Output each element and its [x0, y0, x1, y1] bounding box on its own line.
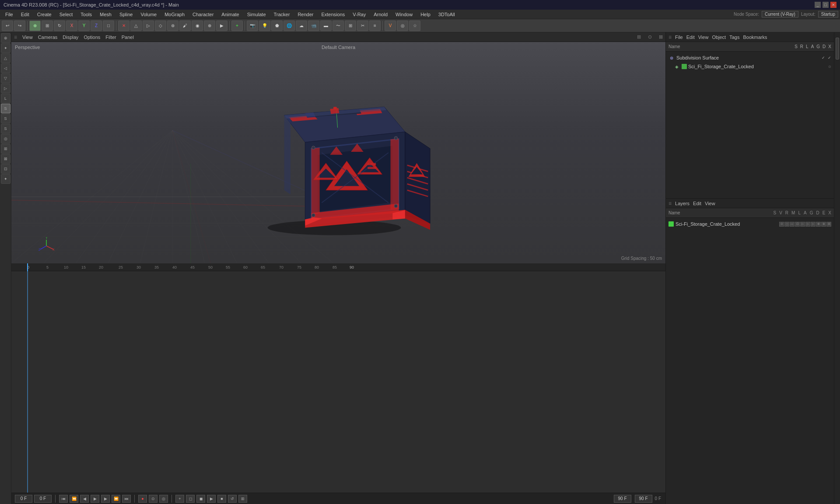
- obj-hamburger-icon[interactable]: ≡: [668, 34, 672, 40]
- pb-key-sel[interactable]: ◻: [186, 495, 195, 503]
- obj-row-crate[interactable]: ◈ Sci_Fi_Storage_Crate_Locked ⊙: [666, 62, 834, 71]
- sky-btn[interactable]: ☁: [296, 21, 307, 31]
- left-btn-6[interactable]: ▷: [1, 84, 10, 93]
- menu-mograph[interactable]: MoGraph: [161, 11, 188, 18]
- left-btn-9[interactable]: S: [1, 114, 10, 123]
- menu-spline[interactable]: Spline: [116, 11, 136, 18]
- menu-file[interactable]: File: [2, 11, 17, 18]
- rotate-tool[interactable]: ↻: [54, 21, 65, 31]
- menu-help[interactable]: Help: [417, 11, 434, 18]
- vp-icon-2[interactable]: ⊙: [648, 34, 652, 40]
- point-tool[interactable]: △: [130, 21, 142, 31]
- undo-button[interactable]: ↩: [2, 21, 13, 31]
- layers-hamburger-icon[interactable]: ≡: [668, 200, 672, 206]
- obj-menu-file[interactable]: File: [675, 35, 683, 40]
- menu-tools[interactable]: Tools: [77, 11, 95, 18]
- vp-menu-cameras[interactable]: Cameras: [38, 35, 58, 40]
- left-btn-5[interactable]: ▽: [1, 74, 10, 83]
- right-scrollbar-thumb[interactable]: [836, 38, 839, 60]
- left-btn-2[interactable]: ✦: [1, 43, 10, 53]
- sel-btn[interactable]: ⊞: [345, 21, 356, 31]
- pb-go-end[interactable]: ⏭: [122, 495, 131, 503]
- left-btn-12[interactable]: ⊞: [1, 144, 10, 154]
- vp-hamburger-icon[interactable]: ≡: [14, 34, 17, 40]
- layer-icon-2[interactable]: ◻: [784, 222, 789, 227]
- pb-stop[interactable]: ■: [217, 495, 226, 503]
- close-button[interactable]: ✕: [830, 2, 836, 8]
- menu-mesh[interactable]: Mesh: [96, 11, 115, 18]
- left-btn-11[interactable]: ◎: [1, 134, 10, 144]
- menu-tracker[interactable]: Tracker: [270, 11, 294, 18]
- layer-row-crate[interactable]: Sci-Fi_Storage_Crate_Locked ⊙ ◻ ▭ ⊡ ▷ ▷ …: [666, 220, 834, 228]
- render-btn[interactable]: 📷: [247, 21, 258, 31]
- paint-tool[interactable]: 🖌: [179, 21, 191, 31]
- menu-simulate[interactable]: Simulate: [244, 11, 270, 18]
- pb-record-auto[interactable]: ⊙: [149, 495, 158, 503]
- playback-end-input[interactable]: [614, 495, 631, 503]
- pb-loop[interactable]: ↺: [228, 495, 237, 503]
- transform-z[interactable]: Z: [91, 21, 102, 31]
- no-tool[interactable]: ✕: [118, 21, 130, 31]
- vp-icon-1[interactable]: ⊞: [637, 34, 641, 40]
- vp-menu-view[interactable]: View: [22, 35, 33, 40]
- node-space-select[interactable]: Current (V-Ray): [762, 11, 798, 18]
- pb-prev-frame[interactable]: ◀: [80, 495, 89, 503]
- menu-animate[interactable]: Animate: [218, 11, 242, 18]
- poly-tool[interactable]: ◇: [155, 21, 166, 31]
- playhead[interactable]: [27, 263, 28, 271]
- xpresso-btn[interactable]: ✂: [357, 21, 368, 31]
- pb-key-add[interactable]: +: [175, 495, 184, 503]
- menu-select[interactable]: Select: [56, 11, 77, 18]
- pb-next-key[interactable]: ⏩: [112, 495, 120, 503]
- playback-end2-input[interactable]: [635, 495, 652, 503]
- pb-prev-key[interactable]: ⏪: [70, 495, 78, 503]
- pb-extra[interactable]: ⊞: [238, 495, 247, 503]
- obj-menu-edit[interactable]: Edit: [686, 35, 695, 40]
- scene-btn[interactable]: ◎: [397, 21, 408, 31]
- menu-character[interactable]: Character: [189, 11, 217, 18]
- pb-play[interactable]: ▶: [91, 495, 99, 503]
- add-btn[interactable]: +: [231, 21, 243, 31]
- vp-menu-display[interactable]: Display: [63, 35, 78, 40]
- pb-record[interactable]: ●: [138, 495, 147, 503]
- menu-extensions[interactable]: Extensions: [318, 11, 348, 18]
- menu-vray[interactable]: V-Ray: [349, 11, 369, 18]
- menu-create[interactable]: Create: [34, 11, 55, 18]
- maximize-button[interactable]: □: [822, 2, 829, 8]
- left-btn-15[interactable]: ✦: [1, 174, 10, 184]
- layer-icon-3[interactable]: ▭: [790, 222, 794, 227]
- end-frame-input[interactable]: [34, 495, 52, 503]
- layer-icon-4[interactable]: ⊡: [795, 222, 800, 227]
- tool-8[interactable]: ⊕: [204, 21, 215, 31]
- transform-y[interactable]: Y: [78, 21, 90, 31]
- subdivision-checkmark[interactable]: ✓: [822, 56, 825, 60]
- move-tool[interactable]: ⊕: [29, 21, 41, 31]
- scale-tool[interactable]: ⊞: [42, 21, 53, 31]
- layer-icon-6[interactable]: ▷: [805, 222, 810, 227]
- mat-btn[interactable]: ⬟: [271, 21, 283, 31]
- layout-select[interactable]: Startup: [818, 11, 838, 18]
- vp-menu-options[interactable]: Options: [84, 35, 100, 40]
- layers-menu-edit[interactable]: Edit: [693, 201, 701, 206]
- pb-next-frame[interactable]: ▶: [101, 495, 110, 503]
- layers-menu-layers[interactable]: Layers: [675, 201, 690, 206]
- left-btn-3[interactable]: △: [1, 53, 10, 63]
- obj-mode[interactable]: □: [103, 21, 114, 31]
- layer-icon-10[interactable]: ⊞: [826, 222, 831, 227]
- crate-dot1[interactable]: ⊙: [828, 65, 831, 69]
- sculpt-tool[interactable]: ◉: [192, 21, 203, 31]
- pb-play-vr[interactable]: ▶: [207, 495, 216, 503]
- layer-icon-8[interactable]: ⊕: [816, 222, 821, 227]
- subdivision-check2[interactable]: ✓: [828, 56, 831, 60]
- menu-render[interactable]: Render: [294, 11, 317, 18]
- curve-btn[interactable]: 〜: [332, 21, 344, 31]
- left-btn-10[interactable]: S: [1, 124, 10, 133]
- left-btn-14[interactable]: ⊡: [1, 164, 10, 174]
- viewport-canvas[interactable]: Perspective Default Camera: [11, 42, 665, 263]
- layers-menu-view[interactable]: View: [705, 201, 715, 206]
- pb-go-start[interactable]: ⏮: [59, 495, 68, 503]
- menu-arnold[interactable]: Arnold: [370, 11, 391, 18]
- left-btn-8[interactable]: S: [1, 104, 10, 113]
- left-btn-4[interactable]: ◁: [1, 63, 10, 73]
- snap-btn2[interactable]: ≡: [369, 21, 381, 31]
